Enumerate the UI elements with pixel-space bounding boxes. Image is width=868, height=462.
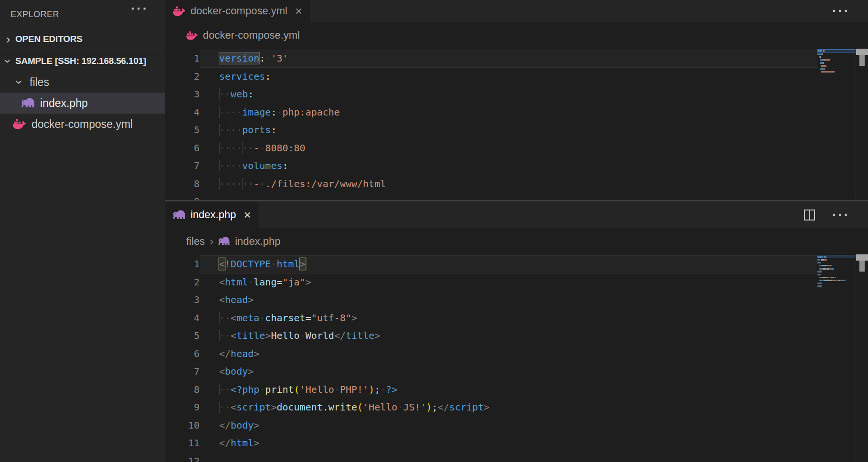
vscode-window: EXPLORER ··· › OPEN EDITORS › SAMPLE [SS… bbox=[0, 0, 868, 462]
whitespace-dots: ·· bbox=[219, 106, 231, 118]
line-number: 2 bbox=[165, 273, 200, 292]
line-content: </head> bbox=[200, 345, 817, 363]
line-content: version:·'3' bbox=[200, 50, 817, 68]
line-content: <head> bbox=[200, 291, 817, 309]
minimap[interactable] bbox=[817, 254, 856, 462]
code-token: : bbox=[259, 52, 265, 64]
code-token: : bbox=[271, 106, 276, 118]
breadcrumb-item[interactable]: files bbox=[186, 235, 205, 248]
scrollbar-thumb-vertical[interactable] bbox=[859, 55, 865, 66]
code-token: < bbox=[231, 401, 236, 413]
code-line-11: 11</html> bbox=[165, 434, 817, 452]
code-token: html bbox=[225, 276, 248, 288]
code-line-7: 7····volumes: bbox=[165, 157, 817, 175]
line-content: <html·lang="ja"> bbox=[200, 273, 817, 292]
scrollbar[interactable] bbox=[856, 254, 868, 462]
line-number: 1 bbox=[165, 50, 200, 68]
whitespace-dot: · bbox=[259, 312, 265, 324]
scrollbar[interactable] bbox=[856, 49, 868, 200]
tab-index-php[interactable]: index.php × bbox=[165, 201, 259, 228]
more-actions-icon[interactable]: ··· bbox=[832, 208, 850, 221]
sidebar-title: EXPLORER bbox=[11, 10, 59, 20]
line-number: 12 bbox=[165, 452, 200, 462]
open-editors-section[interactable]: › OPEN EDITORS bbox=[0, 29, 165, 50]
code-token: : bbox=[271, 124, 276, 136]
code-token: ( bbox=[294, 384, 300, 395]
chevron-down-icon[interactable]: › bbox=[13, 77, 26, 87]
code-token: document bbox=[276, 401, 322, 413]
whitespace-dot: · bbox=[265, 52, 271, 64]
code-token: ; bbox=[374, 384, 380, 395]
breadcrumb-item[interactable]: index.php bbox=[235, 235, 280, 248]
code-token: write bbox=[328, 401, 357, 413]
tab-label: index.php bbox=[191, 209, 236, 221]
more-actions-icon[interactable]: ··· bbox=[832, 4, 850, 18]
code-token: !DOCTYPE bbox=[225, 258, 271, 270]
code-token: title bbox=[346, 330, 374, 341]
sidebar-title-row: EXPLORER ··· bbox=[0, 0, 165, 29]
code-token: - bbox=[254, 142, 259, 154]
close-icon[interactable]: × bbox=[243, 209, 251, 221]
tree-item-files[interactable]: ›files bbox=[0, 72, 165, 93]
code-area-top: 1version:·'3'2services:3··web:4····image… bbox=[165, 49, 868, 200]
line-content: </html> bbox=[200, 434, 817, 452]
line-content bbox=[200, 452, 817, 462]
line-content: <body> bbox=[200, 363, 817, 381]
code-token: charset bbox=[265, 312, 305, 324]
tree-item-docker-compose-yml[interactable]: docker-compose.yml bbox=[0, 114, 165, 135]
whitespace-dots: ·· bbox=[242, 178, 254, 189]
code-line-2: 2services: bbox=[165, 68, 817, 86]
code-token: lang bbox=[254, 276, 276, 288]
breadcrumb-top: docker-compose.yml bbox=[165, 22, 868, 49]
whitespace-dot: · bbox=[259, 178, 265, 189]
line-content: ····image:·php:apache bbox=[200, 104, 817, 122]
split-editor-icon[interactable] bbox=[804, 210, 815, 220]
line-number: 1 bbox=[165, 255, 200, 273]
whitespace-dots: ·· bbox=[219, 312, 231, 324]
code-token: . bbox=[323, 401, 328, 413]
breadcrumb-item[interactable]: docker-compose.yml bbox=[203, 29, 300, 42]
code-editor-docker-compose[interactable]: 1version:·'3'2services:3··web:4····image… bbox=[165, 49, 817, 200]
code-token: : bbox=[282, 160, 288, 171]
tab-docker-compose[interactable]: docker-compose.yml × bbox=[165, 0, 310, 22]
line-number: 9 bbox=[165, 193, 200, 200]
code-token: > bbox=[254, 348, 259, 359]
whitespace-dot: · bbox=[397, 401, 403, 413]
whitespace-dots: ·· bbox=[219, 384, 231, 395]
code-line-3: 3<head> bbox=[165, 291, 817, 309]
line-number: 7 bbox=[165, 157, 200, 175]
whitespace-dots: ·· bbox=[231, 142, 242, 154]
line-number: 4 bbox=[165, 309, 200, 327]
line-number: 3 bbox=[165, 291, 200, 309]
code-token: > bbox=[265, 330, 271, 341]
line-number: 6 bbox=[165, 345, 200, 363]
code-editor-index-php[interactable]: 1<!DOCTYPE·html>2<html·lang="ja">3<head>… bbox=[165, 254, 817, 462]
file-label: docker-compose.yml bbox=[32, 118, 133, 131]
code-token: World bbox=[306, 330, 334, 341]
code-token: 8080:80 bbox=[265, 142, 305, 154]
line-content: ··<script>document.write('Hello·JS!');</… bbox=[200, 399, 817, 417]
code-token: version bbox=[219, 52, 259, 64]
scrollbar-thumb-vertical[interactable] bbox=[859, 261, 865, 272]
docker-icon bbox=[173, 6, 186, 16]
workspace-section[interactable]: › SAMPLE [SSH: 192.168.56.101] bbox=[0, 50, 165, 72]
tree-item-index-php[interactable]: index.php bbox=[0, 93, 165, 114]
scrollbar-thumb-horizontal[interactable] bbox=[856, 49, 868, 55]
code-token: ) bbox=[426, 401, 432, 413]
sidebar-more-icon[interactable]: ··· bbox=[131, 2, 148, 15]
close-icon[interactable]: × bbox=[295, 5, 302, 17]
line-number: 2 bbox=[165, 68, 200, 86]
code-area-bottom: 1<!DOCTYPE·html>2<html·lang="ja">3<head>… bbox=[165, 254, 868, 462]
code-line-5: 5··<title>Hello·World</title> bbox=[165, 327, 817, 345]
scrollbar-thumb-horizontal[interactable] bbox=[856, 254, 868, 261]
code-token: > bbox=[374, 330, 380, 341]
line-number: 7 bbox=[165, 363, 200, 381]
line-content: ··<title>Hello·World</title> bbox=[200, 327, 817, 345]
code-token: ) bbox=[369, 384, 374, 395]
minimap[interactable] bbox=[817, 49, 856, 200]
code-token: - bbox=[254, 178, 259, 189]
line-content: ··<?php·print('Hello·PHP!');·?> bbox=[200, 381, 817, 399]
whitespace-dots: ·· bbox=[219, 160, 231, 171]
file-tree: ›filesindex.phpdocker-compose.yml bbox=[0, 72, 165, 135]
whitespace-dot: · bbox=[334, 384, 340, 395]
